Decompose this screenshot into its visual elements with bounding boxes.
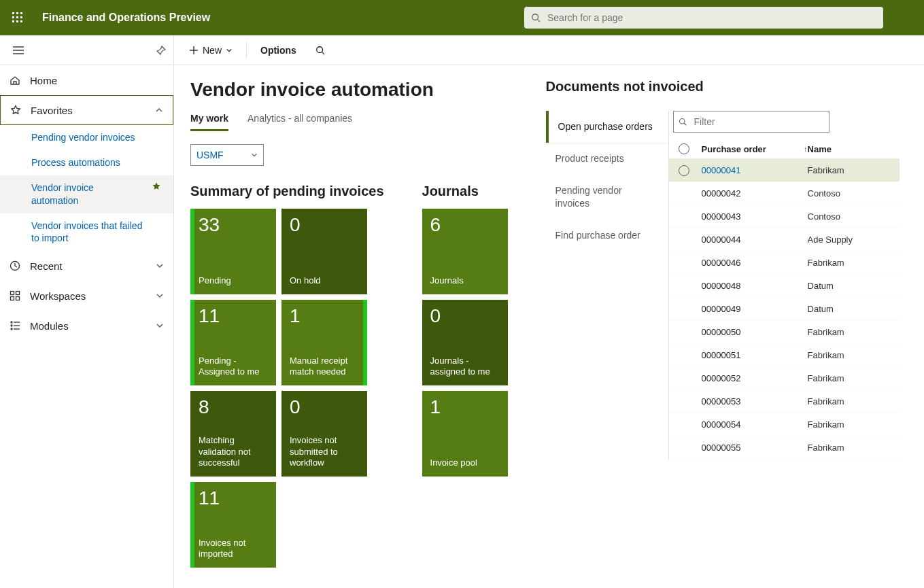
hamburger-icon[interactable] bbox=[12, 44, 24, 56]
options-button-label: Options bbox=[260, 45, 296, 56]
svg-point-23 bbox=[11, 328, 12, 330]
table-row[interactable]: 00000043Contoso bbox=[669, 205, 900, 228]
tile-summary-2[interactable]: 11Pending - Assigned to me bbox=[190, 300, 276, 385]
nav-modules[interactable]: Modules bbox=[0, 311, 173, 341]
table-row[interactable]: 00000055Fabrikam bbox=[669, 436, 900, 460]
action-bar: New Options bbox=[174, 35, 924, 65]
fav-item-label: Process automations bbox=[31, 156, 120, 169]
filter-input[interactable] bbox=[673, 111, 829, 133]
tile-summary-5[interactable]: 0Invoices not submitted to workflow bbox=[281, 391, 367, 477]
tile-label: Journals bbox=[430, 275, 500, 286]
tile-count: 0 bbox=[290, 398, 359, 417]
header-name[interactable]: Name bbox=[808, 144, 900, 154]
tile-label: Manual receipt match needed bbox=[290, 356, 359, 378]
cell-name: Fabrikam bbox=[808, 373, 900, 383]
table-row[interactable]: 00000054Fabrikam bbox=[669, 413, 900, 436]
select-all[interactable] bbox=[669, 143, 699, 154]
doc-tab-product-receipts[interactable]: Product receipts bbox=[546, 143, 668, 175]
tile-count: 11 bbox=[199, 307, 268, 326]
app-title: Finance and Operations Preview bbox=[35, 12, 210, 24]
nav-workspaces[interactable]: Workspaces bbox=[0, 281, 173, 311]
chevron-down-icon bbox=[156, 292, 164, 300]
svg-rect-0 bbox=[12, 12, 14, 14]
options-button[interactable]: Options bbox=[252, 35, 305, 65]
table-row[interactable]: 00000051Fabrikam bbox=[669, 344, 900, 367]
tile-summary-6[interactable]: 11Invoices not imported bbox=[190, 482, 276, 568]
waffle-icon[interactable] bbox=[0, 0, 35, 35]
cell-name: Fabrikam bbox=[808, 258, 900, 268]
nav-recent[interactable]: Recent bbox=[0, 251, 173, 281]
search-icon bbox=[531, 13, 541, 22]
table-row[interactable]: 00000042Contoso bbox=[669, 182, 900, 205]
svg-rect-6 bbox=[12, 20, 14, 22]
table-row[interactable]: 00000050Fabrikam bbox=[669, 321, 900, 344]
cell-name: Fabrikam bbox=[808, 443, 900, 453]
separator bbox=[246, 42, 247, 58]
table-row[interactable]: 00000046Fabrikam bbox=[669, 252, 900, 275]
search-action[interactable] bbox=[307, 35, 333, 65]
tile-label: On hold bbox=[290, 275, 359, 286]
doc-tab-open-po[interactable]: Open purchase orders bbox=[546, 111, 668, 143]
chevron-down-icon bbox=[226, 47, 233, 54]
table-row[interactable]: 00000049Datum bbox=[669, 298, 900, 321]
svg-rect-3 bbox=[12, 16, 14, 18]
nav-workspaces-label: Workspaces bbox=[30, 290, 146, 302]
table-row[interactable]: 00000044Ade Supply bbox=[669, 228, 900, 252]
search-icon bbox=[679, 118, 687, 126]
tile-summary-0[interactable]: 33Pending bbox=[190, 209, 276, 294]
home-icon bbox=[10, 75, 20, 86]
tab-my-work[interactable]: My work bbox=[190, 113, 228, 131]
new-button[interactable]: New bbox=[181, 35, 241, 65]
tile-label: Invoice pool bbox=[430, 457, 500, 468]
nav-home[interactable]: Home bbox=[0, 65, 173, 95]
tile-summary-3[interactable]: 1Manual receipt match needed bbox=[281, 300, 367, 385]
company-select[interactable]: USMF bbox=[190, 144, 264, 166]
tab-analytics[interactable]: Analytics - all companies bbox=[247, 113, 352, 131]
tile-label: Invoices not submitted to workflow bbox=[290, 435, 359, 468]
cell-name: Datum bbox=[808, 304, 900, 314]
svg-rect-2 bbox=[20, 12, 22, 14]
star-icon bbox=[10, 105, 21, 116]
svg-rect-18 bbox=[16, 297, 20, 300]
doc-tab-find-po[interactable]: Find purchase order bbox=[546, 220, 668, 252]
cell-purchase-order: 00000042 bbox=[699, 188, 808, 198]
tile-journal-1[interactable]: 0Journals - assigned to me bbox=[422, 300, 508, 385]
fav-item-pending-invoices[interactable]: Pending vendor invoices bbox=[0, 125, 173, 150]
fav-item-label: Pending vendor invoices bbox=[31, 131, 135, 144]
tile-journal-2[interactable]: 1Invoice pool bbox=[422, 391, 508, 477]
pin-icon[interactable] bbox=[156, 45, 167, 56]
fav-item-label: Vendor invoices that failed to import bbox=[31, 220, 147, 245]
cell-name: Datum bbox=[808, 281, 900, 291]
row-select[interactable] bbox=[669, 165, 699, 176]
table-row[interactable]: 00000041Fabrikam bbox=[669, 159, 900, 182]
tile-journal-0[interactable]: 6Journals bbox=[422, 209, 508, 294]
tile-count: 11 bbox=[199, 489, 268, 508]
svg-point-29 bbox=[679, 119, 685, 124]
header-purchase-order[interactable]: Purchase order ↑ bbox=[699, 144, 808, 154]
nav-recent-label: Recent bbox=[30, 260, 146, 272]
table-row[interactable]: 00000053Fabrikam bbox=[669, 390, 900, 413]
fav-item-process-automations[interactable]: Process automations bbox=[0, 150, 173, 175]
summary-tiles: 33Pending0On hold11Pending - Assigned to… bbox=[190, 209, 378, 568]
doc-tab-pending-invoices[interactable]: Pending vendor invoices bbox=[546, 175, 668, 220]
table-row[interactable]: 00000052Fabrikam bbox=[669, 367, 900, 390]
new-button-label: New bbox=[203, 45, 222, 56]
chevron-down-icon bbox=[251, 152, 258, 158]
section-title-docs: Documents not invoiced bbox=[546, 79, 900, 94]
fav-item-vendor-invoice-automation[interactable]: Vendor invoice automation bbox=[0, 175, 173, 213]
fav-item-failed-import[interactable]: Vendor invoices that failed to import bbox=[0, 213, 173, 252]
search-input[interactable] bbox=[524, 7, 883, 29]
nav-favorites[interactable]: Favorites bbox=[0, 95, 173, 125]
svg-point-21 bbox=[11, 325, 12, 326]
tile-count: 0 bbox=[290, 215, 359, 235]
company-select-value: USMF bbox=[196, 150, 224, 160]
tile-summary-4[interactable]: 8Matching validation not successful bbox=[190, 391, 276, 477]
tile-summary-1[interactable]: 0On hold bbox=[281, 209, 367, 294]
cell-name: Fabrikam bbox=[808, 327, 900, 337]
svg-point-27 bbox=[317, 46, 323, 52]
search-icon bbox=[315, 46, 325, 55]
section-title-summary: Summary of pending invoices bbox=[190, 184, 384, 199]
svg-line-10 bbox=[538, 20, 541, 22]
table-row[interactable]: 00000048Datum bbox=[669, 275, 900, 298]
cell-name: Fabrikam bbox=[808, 350, 900, 360]
